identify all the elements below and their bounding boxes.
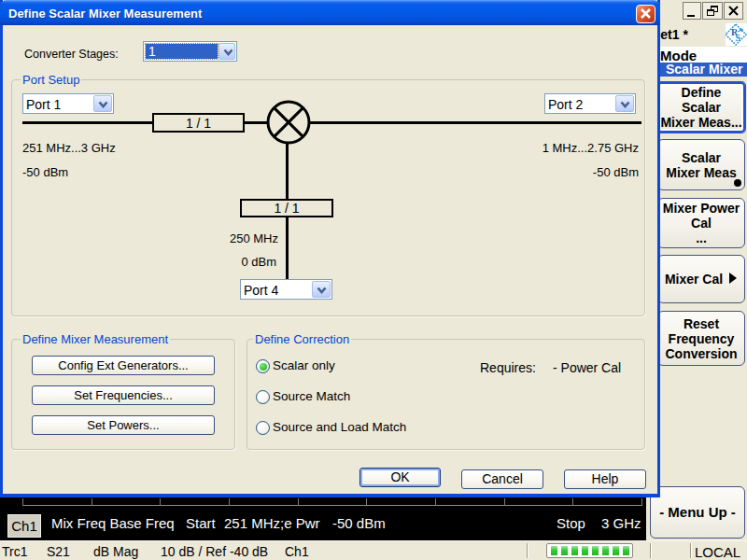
svg-text:S: S bbox=[736, 33, 741, 43]
